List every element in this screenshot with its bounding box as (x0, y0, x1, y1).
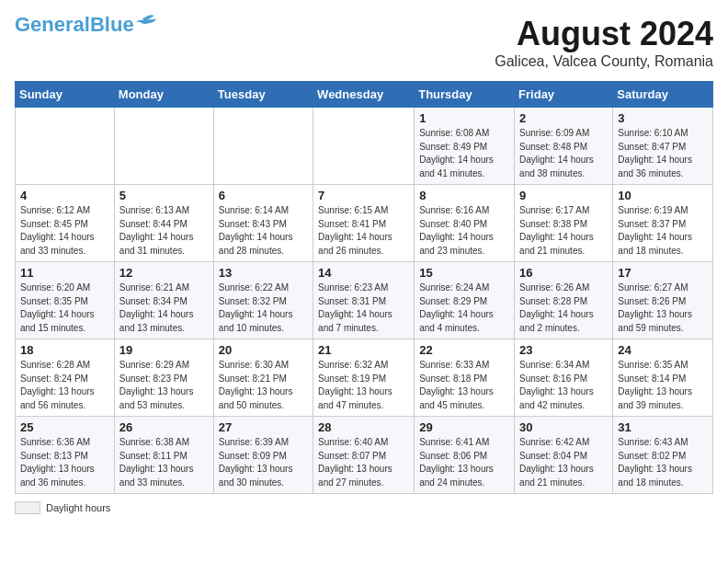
day-info: Sunrise: 6:35 AM Sunset: 8:14 PM Dayligh… (618, 359, 708, 412)
calendar-week-row: 4Sunrise: 6:12 AM Sunset: 8:45 PM Daylig… (16, 185, 713, 262)
weekday-header-sunday: Sunday (16, 82, 115, 108)
calendar-cell: 10Sunrise: 6:19 AM Sunset: 8:37 PM Dayli… (613, 185, 713, 262)
calendar-cell: 26Sunrise: 6:38 AM Sunset: 8:11 PM Dayli… (114, 417, 213, 494)
calendar-week-row: 1Sunrise: 6:08 AM Sunset: 8:49 PM Daylig… (16, 108, 713, 185)
day-info: Sunrise: 6:08 AM Sunset: 8:49 PM Dayligh… (419, 127, 509, 180)
day-info: Sunrise: 6:17 AM Sunset: 8:38 PM Dayligh… (519, 204, 608, 258)
calendar-cell: 19Sunrise: 6:29 AM Sunset: 8:23 PM Dayli… (114, 339, 213, 417)
calendar-cell: 16Sunrise: 6:26 AM Sunset: 8:28 PM Dayli… (515, 262, 613, 339)
calendar-cell: 24Sunrise: 6:35 AM Sunset: 8:14 PM Dayli… (613, 339, 713, 417)
day-number: 9 (519, 189, 608, 202)
day-number: 12 (119, 266, 209, 280)
weekday-header-row: SundayMondayTuesdayWednesdayThursdayFrid… (16, 82, 713, 108)
weekday-header-saturday: Saturday (613, 82, 713, 108)
location-subtitle: Galicea, Valcea County, Romania (495, 53, 713, 70)
day-info: Sunrise: 6:36 AM Sunset: 8:13 PM Dayligh… (20, 436, 109, 489)
day-number: 3 (618, 111, 708, 125)
day-info: Sunrise: 6:22 AM Sunset: 8:32 PM Dayligh… (219, 282, 308, 335)
calendar-cell: 13Sunrise: 6:22 AM Sunset: 8:32 PM Dayli… (213, 262, 313, 339)
calendar-cell: 21Sunrise: 6:32 AM Sunset: 8:19 PM Dayli… (313, 339, 415, 417)
calendar-cell: 17Sunrise: 6:27 AM Sunset: 8:26 PM Dayli… (613, 262, 713, 339)
day-info: Sunrise: 6:30 AM Sunset: 8:21 PM Dayligh… (219, 359, 308, 412)
calendar-week-row: 18Sunrise: 6:28 AM Sunset: 8:24 PM Dayli… (16, 339, 713, 417)
calendar-table: SundayMondayTuesdayWednesdayThursdayFrid… (15, 81, 713, 494)
day-number: 7 (318, 189, 409, 202)
weekday-header-tuesday: Tuesday (213, 82, 313, 108)
calendar-cell: 7Sunrise: 6:15 AM Sunset: 8:41 PM Daylig… (313, 185, 415, 262)
calendar-cell: 14Sunrise: 6:23 AM Sunset: 8:31 PM Dayli… (313, 262, 415, 339)
weekday-header-wednesday: Wednesday (313, 82, 415, 108)
day-number: 17 (618, 266, 708, 280)
legend-label: Daylight hours (46, 502, 110, 513)
page-header: GeneralBlue August 2024 Galicea, Valcea … (15, 15, 713, 70)
calendar-cell: 11Sunrise: 6:20 AM Sunset: 8:35 PM Dayli… (16, 262, 115, 339)
day-info: Sunrise: 6:21 AM Sunset: 8:34 PM Dayligh… (119, 282, 209, 335)
day-number: 6 (219, 189, 308, 202)
day-number: 4 (20, 189, 109, 202)
calendar-cell: 1Sunrise: 6:08 AM Sunset: 8:49 PM Daylig… (415, 108, 515, 185)
day-info: Sunrise: 6:12 AM Sunset: 8:45 PM Dayligh… (20, 204, 109, 258)
day-number: 31 (618, 420, 708, 434)
day-info: Sunrise: 6:24 AM Sunset: 8:29 PM Dayligh… (419, 282, 509, 335)
day-number: 15 (419, 266, 509, 280)
day-number: 13 (219, 266, 308, 280)
calendar-cell: 9Sunrise: 6:17 AM Sunset: 8:38 PM Daylig… (515, 185, 613, 262)
day-info: Sunrise: 6:26 AM Sunset: 8:28 PM Dayligh… (519, 282, 608, 335)
calendar-cell: 30Sunrise: 6:42 AM Sunset: 8:04 PM Dayli… (515, 417, 613, 494)
calendar-cell: 12Sunrise: 6:21 AM Sunset: 8:34 PM Dayli… (114, 262, 213, 339)
day-info: Sunrise: 6:29 AM Sunset: 8:23 PM Dayligh… (119, 359, 209, 412)
calendar-week-row: 25Sunrise: 6:36 AM Sunset: 8:13 PM Dayli… (16, 417, 713, 494)
bird-icon (136, 14, 156, 29)
day-number: 24 (618, 343, 708, 357)
day-info: Sunrise: 6:16 AM Sunset: 8:40 PM Dayligh… (419, 204, 509, 258)
calendar-cell: 3Sunrise: 6:10 AM Sunset: 8:47 PM Daylig… (613, 108, 713, 185)
day-info: Sunrise: 6:38 AM Sunset: 8:11 PM Dayligh… (119, 436, 209, 489)
day-info: Sunrise: 6:34 AM Sunset: 8:16 PM Dayligh… (519, 359, 608, 412)
calendar-cell: 25Sunrise: 6:36 AM Sunset: 8:13 PM Dayli… (16, 417, 115, 494)
day-info: Sunrise: 6:41 AM Sunset: 8:06 PM Dayligh… (419, 436, 509, 489)
day-number: 26 (119, 420, 209, 434)
day-number: 18 (20, 343, 109, 357)
calendar-cell: 23Sunrise: 6:34 AM Sunset: 8:16 PM Dayli… (515, 339, 613, 417)
day-number: 11 (20, 266, 109, 280)
day-number: 19 (119, 343, 209, 357)
day-number: 14 (318, 266, 409, 280)
calendar-body: 1Sunrise: 6:08 AM Sunset: 8:49 PM Daylig… (16, 108, 713, 494)
title-block: August 2024 Galicea, Valcea County, Roma… (495, 15, 713, 70)
day-number: 29 (419, 420, 509, 434)
day-info: Sunrise: 6:19 AM Sunset: 8:37 PM Dayligh… (618, 204, 708, 258)
calendar-cell (213, 108, 313, 185)
weekday-header-thursday: Thursday (415, 82, 515, 108)
day-number: 20 (219, 343, 308, 357)
logo-text: GeneralBlue (15, 15, 134, 35)
day-number: 21 (318, 343, 409, 357)
day-info: Sunrise: 6:14 AM Sunset: 8:43 PM Dayligh… (219, 204, 308, 258)
day-number: 8 (419, 189, 509, 202)
calendar-cell: 6Sunrise: 6:14 AM Sunset: 8:43 PM Daylig… (213, 185, 313, 262)
day-number: 10 (618, 189, 708, 202)
calendar-header: SundayMondayTuesdayWednesdayThursdayFrid… (16, 82, 713, 108)
day-info: Sunrise: 6:23 AM Sunset: 8:31 PM Dayligh… (318, 282, 409, 335)
day-number: 2 (519, 111, 608, 125)
day-number: 28 (318, 420, 409, 434)
day-info: Sunrise: 6:20 AM Sunset: 8:35 PM Dayligh… (20, 282, 109, 335)
day-number: 5 (119, 189, 209, 202)
calendar-cell: 4Sunrise: 6:12 AM Sunset: 8:45 PM Daylig… (16, 185, 115, 262)
calendar-cell: 18Sunrise: 6:28 AM Sunset: 8:24 PM Dayli… (16, 339, 115, 417)
calendar-cell: 27Sunrise: 6:39 AM Sunset: 8:09 PM Dayli… (213, 417, 313, 494)
day-info: Sunrise: 6:28 AM Sunset: 8:24 PM Dayligh… (20, 359, 109, 412)
day-info: Sunrise: 6:13 AM Sunset: 8:44 PM Dayligh… (119, 204, 209, 258)
calendar-cell: 29Sunrise: 6:41 AM Sunset: 8:06 PM Dayli… (415, 417, 515, 494)
calendar-cell: 15Sunrise: 6:24 AM Sunset: 8:29 PM Dayli… (415, 262, 515, 339)
day-info: Sunrise: 6:32 AM Sunset: 8:19 PM Dayligh… (318, 359, 409, 412)
day-number: 25 (20, 420, 109, 434)
day-number: 16 (519, 266, 608, 280)
calendar-cell: 22Sunrise: 6:33 AM Sunset: 8:18 PM Dayli… (415, 339, 515, 417)
weekday-header-monday: Monday (114, 82, 213, 108)
day-info: Sunrise: 6:09 AM Sunset: 8:48 PM Dayligh… (519, 127, 608, 180)
day-number: 30 (519, 420, 608, 434)
calendar-cell: 28Sunrise: 6:40 AM Sunset: 8:07 PM Dayli… (313, 417, 415, 494)
day-info: Sunrise: 6:27 AM Sunset: 8:26 PM Dayligh… (618, 282, 708, 335)
calendar-cell: 2Sunrise: 6:09 AM Sunset: 8:48 PM Daylig… (515, 108, 613, 185)
logo: GeneralBlue (15, 15, 156, 35)
